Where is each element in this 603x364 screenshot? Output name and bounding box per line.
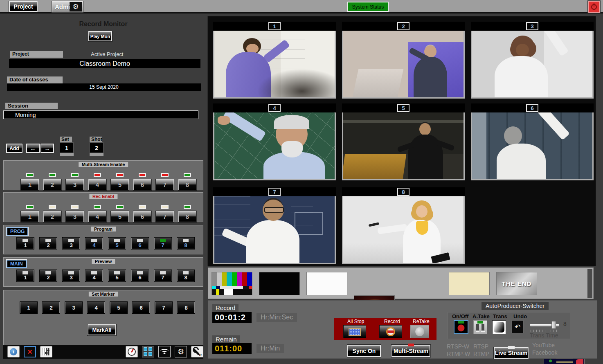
preview-channel-button[interactable]: 3 xyxy=(63,270,80,281)
multistream-channel-button[interactable]: 1 xyxy=(21,179,39,190)
channel-led xyxy=(49,173,56,177)
date-field-label: Date of classes xyxy=(7,76,63,83)
mixer-button[interactable] xyxy=(40,346,52,357)
thumbnail-scrollbar[interactable] xyxy=(587,269,592,298)
program-channel-button[interactable]: 8 xyxy=(177,238,194,249)
preview-channel-button[interactable]: 5 xyxy=(108,270,126,281)
set-value: 1 xyxy=(60,142,74,153)
rec-channel-button[interactable]: 7 xyxy=(156,211,174,222)
rec-channel-button[interactable]: 2 xyxy=(43,211,61,222)
camera-monitor-8[interactable]: 8 xyxy=(342,187,465,264)
preview-channel-button[interactable]: 1 xyxy=(17,270,34,281)
multistream-channel-button[interactable]: 3 xyxy=(66,179,84,190)
camera-monitor-6[interactable]: 6 xyxy=(471,103,594,180)
project-button[interactable]: Project xyxy=(9,1,38,12)
program-channel-button[interactable]: 2 xyxy=(40,238,57,249)
multistream-channel-button[interactable]: 4 xyxy=(88,179,106,190)
preview-section: MAIN Preview 1 2 3 4 5 6 7 8 xyxy=(3,257,203,287)
camera-monitor-7[interactable]: 7 xyxy=(213,187,336,264)
play-mon-button[interactable]: Play Mon xyxy=(88,31,112,41)
power-button[interactable] xyxy=(588,1,600,13)
rec-channel-button[interactable]: 4 xyxy=(88,211,106,222)
main-badge: MAIN xyxy=(7,260,27,268)
layout-button[interactable] xyxy=(142,346,154,357)
record-time-label: Record xyxy=(212,304,239,312)
program-channel-button[interactable]: 3 xyxy=(63,238,80,249)
sync-on-button[interactable]: Sync On xyxy=(347,345,381,357)
transition-button[interactable] xyxy=(492,320,506,334)
marker-channel-button[interactable]: 7 xyxy=(155,302,172,313)
session-input[interactable]: Morning xyxy=(3,110,198,119)
camera-monitor-3[interactable]: 3 xyxy=(471,22,594,99)
section-title: Set Marker xyxy=(88,292,118,297)
add-button[interactable]: Add xyxy=(6,144,22,153)
program-channel-button[interactable]: 7 xyxy=(154,238,171,249)
live-stream-led xyxy=(508,346,515,349)
rec-channel-button[interactable]: 6 xyxy=(133,211,151,222)
undo-arrow-icon: ↶ xyxy=(515,323,520,331)
network-button[interactable] xyxy=(158,346,171,357)
trans-time-slider[interactable] xyxy=(530,324,559,326)
multistream-channel-button[interactable]: 7 xyxy=(156,179,174,190)
program-channel-button[interactable]: 6 xyxy=(131,238,148,249)
settings-button[interactable]: ⚙ xyxy=(175,346,187,357)
camera-grid: 1 2 3 4 5 6 xyxy=(207,16,596,266)
preview-channel-button[interactable]: 2 xyxy=(40,270,57,281)
rec-channel-button[interactable]: 3 xyxy=(66,211,84,222)
trans-label: Trans xyxy=(493,313,507,319)
close-audio-button[interactable]: × xyxy=(24,346,36,357)
camera-monitor-4[interactable]: 4 xyxy=(213,103,336,180)
camera-monitor-5[interactable]: 5 xyxy=(342,103,465,180)
preview-channel-button[interactable]: 6 xyxy=(131,270,148,281)
multistream-channel-button[interactable]: 8 xyxy=(178,179,196,190)
multi-stream-led xyxy=(408,344,414,346)
thumbnail-white-frame[interactable] xyxy=(306,272,347,295)
channel-led xyxy=(94,173,101,177)
program-channel-button[interactable]: 5 xyxy=(108,238,126,249)
preview-channel-button[interactable]: 4 xyxy=(86,270,103,281)
rec-channel-button[interactable]: 1 xyxy=(21,211,39,222)
retake-button[interactable] xyxy=(410,325,429,338)
thumbnail-black-frame[interactable] xyxy=(259,272,300,295)
camera-number-badge: 5 xyxy=(397,104,410,112)
marker-channel-button[interactable]: 1 xyxy=(20,302,37,313)
timer-button[interactable] xyxy=(126,346,138,357)
mark-all-button[interactable]: MarkAll xyxy=(88,324,116,335)
marker-channel-button[interactable]: 8 xyxy=(178,302,195,313)
marker-channel-button[interactable]: 4 xyxy=(88,302,105,313)
prev-arrow-button[interactable]: ← xyxy=(26,144,40,153)
camera-monitor-1[interactable]: 1 xyxy=(213,22,336,99)
multistream-channel-button[interactable]: 2 xyxy=(43,179,61,190)
rec-channel-button[interactable]: 8 xyxy=(178,211,196,222)
multistream-channel-button[interactable]: 5 xyxy=(111,179,129,190)
undo-button[interactable]: ↶ xyxy=(511,320,524,333)
next-arrow-button[interactable]: → xyxy=(40,144,54,153)
marker-channel-button[interactable]: 5 xyxy=(110,302,127,313)
camera-number-badge: 3 xyxy=(526,22,538,30)
slider-handle[interactable] xyxy=(551,321,556,329)
program-channel-button[interactable]: 4 xyxy=(86,238,103,249)
info-button[interactable]: i xyxy=(7,346,20,357)
marker-channel-button[interactable]: 6 xyxy=(133,302,150,313)
all-stop-button[interactable] xyxy=(343,325,366,338)
program-channel-button[interactable]: 1 xyxy=(17,238,34,249)
marker-channel-button[interactable]: 2 xyxy=(43,302,60,313)
preview-channel-button[interactable]: 7 xyxy=(154,270,171,281)
record-button[interactable] xyxy=(379,325,402,338)
admin-button[interactable]: Admin ⚙ xyxy=(52,1,83,12)
switcher-onoff-button[interactable] xyxy=(454,320,468,334)
thumbnail-color-bars[interactable] xyxy=(212,272,252,295)
channel-led xyxy=(139,173,146,177)
tools-button[interactable]: R xyxy=(191,346,203,357)
marker-channel-button[interactable]: 3 xyxy=(65,302,82,313)
auto-take-button[interactable] xyxy=(473,320,487,334)
thumbnail-the-end[interactable]: THE END xyxy=(496,272,537,295)
multi-stream-button[interactable]: Multi-Stream xyxy=(392,345,430,357)
camera-video-1 xyxy=(213,31,336,99)
thumbnail-cream-frame[interactable] xyxy=(449,272,490,295)
live-stream-button[interactable]: Live Stream xyxy=(494,347,529,359)
multistream-channel-button[interactable]: 6 xyxy=(133,179,151,190)
preview-channel-button[interactable]: 8 xyxy=(177,270,194,281)
camera-monitor-2[interactable]: 2 xyxy=(342,22,465,99)
rec-channel-button[interactable]: 5 xyxy=(111,211,129,222)
